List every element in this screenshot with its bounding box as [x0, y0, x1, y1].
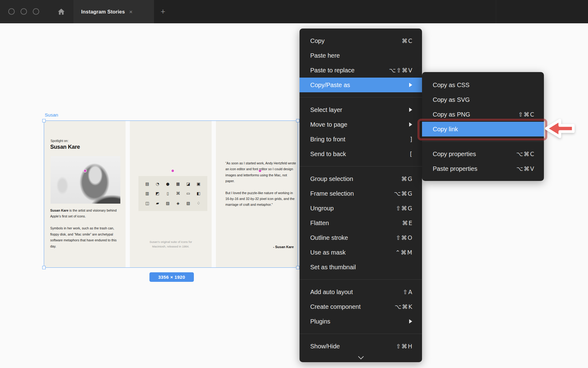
menu-divider	[422, 141, 544, 142]
menu-divider	[300, 279, 422, 280]
submenu-arrow-icon	[409, 83, 412, 87]
pin-marker-3	[259, 170, 261, 172]
caption-line-1: Susan’s original suite of icons for	[130, 240, 212, 244]
frame-name-label[interactable]: Susan	[45, 112, 58, 118]
submenu-item-copy-properties[interactable]: Copy properties ⌥⌘C	[422, 147, 544, 161]
submenu-arrow-icon	[409, 108, 412, 112]
icons-caption: Susan’s original suite of icons for Maci…	[130, 240, 212, 249]
tab-instagram-stories[interactable]: Instagram Stories ×	[74, 0, 154, 23]
pin-marker-2	[172, 170, 174, 172]
copy-paste-as-submenu: Copy as CSS Copy as SVG Copy as PNG ⇧⌘C …	[422, 72, 544, 181]
menu-item-send-to-back[interactable]: Send to back [	[300, 147, 422, 161]
symbols-paragraph: Symbols in her work, such as the trash c…	[50, 225, 123, 249]
quote-text: “As soon as I started work, Andy Hertzfe…	[225, 160, 297, 208]
intro-bold-name: Susan Kare	[50, 209, 68, 212]
icon-grid: ▤◔●▦◪▣▥◩▯⌘▭◧◫▰▨◈▧♢	[138, 176, 207, 211]
window-close-button[interactable]	[8, 8, 15, 15]
story-panel-3[interactable]: “As soon as I started work, Andy Hertzfe…	[216, 121, 298, 268]
menu-divider	[300, 166, 422, 167]
susan-frame[interactable]: Spotlight on: Susan Kare Susan Kare is t…	[44, 121, 298, 268]
menu-item-flatten[interactable]: Flatten ⌘E	[300, 216, 422, 230]
menu-divider	[300, 334, 422, 334]
susan-kare-photo	[51, 156, 120, 204]
menu-item-add-auto-layout[interactable]: Add auto layout ⇧A	[300, 285, 422, 299]
copier-icon: ▨	[166, 201, 170, 205]
folded-page-icon: ▰	[156, 201, 159, 205]
submenu-item-copy-as-svg[interactable]: Copy as SVG	[422, 92, 544, 107]
toolbox-icon: ▦	[176, 182, 180, 186]
menu-item-bring-to-front[interactable]: Bring to front ]	[300, 132, 422, 147]
menu-item-group-selection[interactable]: Group selection ⌘G	[300, 171, 422, 186]
context-menu: Copy ⌘C Paste here Paste to replace ⌥⇧⌘V…	[300, 29, 422, 362]
menu-item-set-as-thumbnail[interactable]: Set as thumbnail	[300, 260, 422, 274]
eject-diskette-icon: ◪	[187, 182, 190, 186]
watermark-doc-icon: ♢	[197, 201, 200, 205]
menu-divider	[300, 97, 422, 98]
menu-item-copy[interactable]: Copy ⌘C	[300, 33, 422, 48]
clipping-page-icon: ▧	[187, 201, 190, 205]
new-tab-button[interactable]: +	[158, 7, 168, 16]
home-icon	[57, 8, 65, 16]
story-panel-2[interactable]: ▤◔●▦◪▣▥◩▯⌘▭◧◫▰▨◈▧♢ Susan’s original suit…	[130, 121, 212, 268]
submenu-item-copy-link[interactable]: Copy link	[422, 122, 544, 136]
window-zoom-button[interactable]	[33, 8, 39, 15]
menu-item-select-layer[interactable]: Select layer	[300, 102, 422, 117]
submenu-item-copy-as-css[interactable]: Copy as CSS	[422, 78, 544, 92]
menu-item-outline-stroke[interactable]: Outline stroke ⇧⌘O	[300, 230, 422, 245]
spotlight-eyebrow: Spotlight on:	[51, 139, 68, 143]
window-minimize-button[interactable]	[21, 8, 27, 15]
trash-can-icon: ▯	[167, 191, 169, 195]
chevron-down-icon	[358, 354, 364, 359]
menu-item-frame-selection[interactable]: Frame selection ⌥⌘G	[300, 186, 422, 201]
menu-item-plugins[interactable]: Plugins	[300, 314, 422, 329]
dimensions-badge: 3356 × 1920	[149, 272, 194, 282]
top-bar: Instagram Stories × +	[0, 0, 588, 23]
stamp-icon: ◫	[145, 201, 149, 205]
menu-item-paste-to-replace[interactable]: Paste to replace ⌥⇧⌘V	[300, 63, 422, 78]
submenu-arrow-icon	[409, 319, 412, 324]
submenu-item-paste-properties[interactable]: Paste properties ⌥⌘V	[422, 161, 544, 176]
tab-close-icon[interactable]: ×	[129, 9, 133, 15]
home-button[interactable]	[57, 7, 66, 16]
menu-item-create-component[interactable]: Create component ⌥⌘K	[300, 299, 422, 314]
menu-item-paste-here[interactable]: Paste here	[300, 48, 422, 63]
classic-mac-icon: ▤	[145, 182, 149, 186]
floppy-disk-icon: ▣	[197, 182, 200, 186]
command-key-icon: ⌘	[176, 191, 180, 195]
menu-item-use-as-mask[interactable]: Use as mask ⌃⌘M	[300, 245, 422, 260]
window-controls-group	[0, 0, 74, 23]
watch-icon: ◔	[156, 182, 159, 186]
story-panel-1[interactable]: Spotlight on: Susan Kare Susan Kare is t…	[44, 121, 126, 268]
menu-scroll-more[interactable]	[300, 354, 422, 361]
mac-document-icon: ▭	[187, 191, 190, 195]
menu-item-move-to-page[interactable]: Move to page	[300, 117, 422, 132]
tab-title: Instagram Stories	[81, 9, 125, 15]
diamond-doc-icon: ◈	[176, 201, 179, 205]
quote-paragraph-2: But I loved the puzzle-like nature of wo…	[225, 190, 297, 208]
return-folder-icon: ◩	[156, 191, 159, 195]
quote-attribution: - Susan Kare	[273, 245, 294, 249]
intro-text: Susan Kare is the artist and visionary b…	[50, 208, 121, 219]
menu-item-copy-paste-as[interactable]: Copy/Paste as	[300, 78, 422, 92]
text-document-icon: ▥	[145, 191, 149, 195]
submenu-item-copy-as-png[interactable]: Copy as PNG ⇧⌘C	[422, 107, 544, 122]
submenu-arrow-icon	[409, 122, 412, 127]
topbar-divider	[496, 0, 496, 23]
menu-item-show-hide[interactable]: Show/Hide ⇧⌘H	[300, 339, 422, 354]
menu-item-ungroup[interactable]: Ungroup ⇧⌘G	[300, 201, 422, 216]
pin-marker-1	[84, 170, 86, 172]
caption-line-2: Macintosh, released in 1984.	[130, 244, 212, 249]
quote-paragraph-1: “As soon as I started work, Andy Hertzfe…	[225, 160, 297, 184]
dark-book-icon: ◧	[197, 191, 200, 195]
panel-title: Susan Kare	[50, 144, 80, 150]
bomb-icon: ●	[166, 182, 169, 186]
